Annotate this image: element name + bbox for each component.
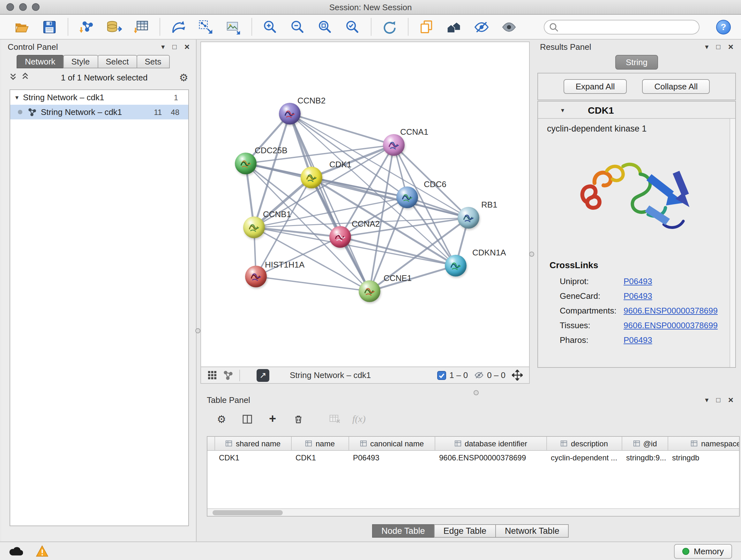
cell-shared-name[interactable]: CDK1 [215, 451, 292, 465]
network-node-cdk1[interactable] [300, 167, 322, 188]
zoom-selected-button[interactable] [343, 18, 361, 36]
first-neighbors-button[interactable] [169, 18, 187, 36]
gene-section-header[interactable]: ▾ CDK1 [538, 102, 735, 119]
hidden-eye-slash-icon[interactable] [474, 370, 484, 380]
network-canvas[interactable]: CCNB2CCNA1CDC25BCDK1CDC6RB1CCNB1CCNA2CDK… [200, 42, 530, 367]
collapse-all-networks-icon[interactable] [21, 72, 29, 82]
network-node-cdc6[interactable] [396, 186, 418, 208]
splitter-handle-bottom[interactable] [474, 390, 479, 395]
zoom-out-button[interactable] [288, 18, 307, 36]
fit-content-button[interactable] [512, 370, 523, 381]
network-node-rb1[interactable] [458, 207, 479, 229]
cell-description[interactable]: cyclin-dependent ... [547, 451, 622, 465]
window-zoom-button[interactable] [32, 3, 40, 11]
tab-edge-table[interactable]: Edge Table [434, 524, 496, 538]
zoom-fit-button[interactable] [316, 18, 334, 36]
uniprot-link[interactable]: P06493 [623, 276, 652, 286]
memory-button[interactable]: Memory [674, 544, 732, 558]
vertical-scrollbar[interactable] [730, 119, 735, 367]
panel-menu-icon[interactable]: ▾ [161, 43, 165, 51]
copy-button[interactable] [417, 18, 435, 36]
selected-checkbox-icon[interactable] [437, 371, 446, 380]
network-node-ccnb2[interactable] [279, 103, 300, 125]
network-options-gear-icon[interactable]: ⚙ [179, 71, 188, 83]
network-node-cdc25b[interactable] [235, 152, 257, 174]
network-node-hist1h1a[interactable] [245, 266, 267, 287]
column-header-description[interactable]: description [547, 437, 622, 451]
network-share-icon[interactable] [223, 370, 233, 380]
gene-expander-icon[interactable]: ▾ [561, 106, 564, 113]
export-image-button[interactable] [224, 18, 242, 36]
table-settings-gear-icon[interactable]: ⚙ [216, 413, 227, 425]
network-edge-ccnb2-ccna1[interactable] [290, 114, 394, 145]
import-network-from-database-button[interactable] [105, 18, 123, 36]
help-button[interactable]: ? [716, 19, 731, 34]
table-row[interactable]: CDK1 CDK1 P06493 9606.ENSP00000378699 cy… [207, 451, 739, 465]
collection-expander-icon[interactable]: ▾ [15, 94, 18, 101]
splitter-handle-right[interactable] [529, 252, 534, 257]
grid-view-button[interactable] [207, 370, 217, 380]
column-header-namespace[interactable]: namespace [668, 437, 740, 451]
compartments-link[interactable]: 9606.ENSP00000378699 [623, 306, 718, 315]
window-minimize-button[interactable] [19, 3, 27, 11]
column-header-database-identifier[interactable]: database identifier [435, 437, 547, 451]
tab-node-table[interactable]: Node Table [372, 524, 434, 538]
column-header-id[interactable]: @id [622, 437, 668, 451]
network-edge-ccna2-hist1h1a[interactable] [256, 237, 340, 276]
cell-name[interactable]: CDK1 [292, 451, 349, 465]
window-close-button[interactable] [6, 3, 14, 11]
panel-menu-icon[interactable]: ▾ [705, 43, 709, 51]
network-node-ccna1[interactable] [383, 134, 405, 156]
pharos-link[interactable]: P06493 [623, 335, 652, 345]
cybrowser-home-button[interactable] [445, 18, 463, 36]
add-column-button[interactable]: + [267, 413, 278, 425]
delete-column-button[interactable] [292, 413, 304, 425]
network-collection-row[interactable]: ▾ String Network – cdk1 1 [10, 90, 188, 105]
import-network-from-file-button[interactable] [77, 18, 95, 36]
tab-sets[interactable]: Sets [136, 55, 170, 68]
network-node-cdkn1a[interactable] [445, 255, 467, 276]
tab-string-results[interactable]: String [615, 55, 658, 70]
expand-all-networks-icon[interactable] [9, 72, 17, 82]
import-table-from-file-button[interactable] [132, 18, 150, 36]
expand-all-button[interactable]: Expand All [563, 79, 627, 94]
open-session-button[interactable] [13, 18, 30, 36]
column-header-canonical-name[interactable]: canonical name [349, 437, 435, 451]
apply-layout-button[interactable] [381, 18, 398, 36]
save-session-button[interactable] [40, 18, 58, 36]
panel-close-icon[interactable]: × [728, 42, 733, 52]
hide-unhide-button[interactable] [472, 18, 490, 36]
cloud-status-icon[interactable] [9, 546, 23, 556]
network-node-ccne1[interactable] [359, 280, 381, 302]
warnings-icon[interactable] [36, 545, 49, 557]
cell-namespace[interactable]: stringdb [668, 451, 740, 465]
genecard-link[interactable]: P06493 [623, 291, 652, 301]
column-header-shared-name[interactable]: shared name [215, 437, 292, 451]
panel-float-icon[interactable]: □ [716, 396, 720, 403]
cell-canonical-name[interactable]: P06493 [349, 451, 435, 465]
network-node-ccnb1[interactable] [243, 216, 265, 238]
network-node-ccna2[interactable] [329, 226, 351, 248]
tab-network[interactable]: Network [17, 55, 64, 68]
network-edge-cdkn1a-ccne1[interactable] [369, 266, 456, 291]
search-input[interactable] [544, 19, 699, 34]
show-graphics-details-button[interactable] [500, 18, 518, 36]
tab-select[interactable]: Select [97, 55, 137, 68]
network-row[interactable]: String Network – cdk1 11 48 [10, 105, 188, 119]
horizontal-scrollbar-thumb[interactable] [212, 510, 283, 515]
panel-float-icon[interactable]: □ [172, 43, 177, 51]
horizontal-scrollbar[interactable] [207, 508, 739, 516]
tab-style[interactable]: Style [63, 55, 98, 68]
cell-id[interactable]: stringdb:9... [622, 451, 668, 465]
splitter-handle-left[interactable] [195, 328, 200, 333]
column-header-name[interactable]: name [292, 437, 349, 451]
cell-database-identifier[interactable]: 9606.ENSP00000378699 [435, 451, 547, 465]
tab-network-table[interactable]: Network Table [495, 524, 569, 538]
panel-close-icon[interactable]: × [185, 42, 190, 52]
zoom-in-button[interactable] [261, 18, 279, 36]
collapse-all-button[interactable]: Collapse All [643, 79, 710, 94]
network-edge-hist1h1a-ccne1[interactable] [256, 276, 369, 291]
network-edge-ccnb2-rb1[interactable] [290, 114, 468, 218]
show-columns-icon[interactable] [241, 413, 253, 425]
tissues-link[interactable]: 9606.ENSP00000378699 [623, 320, 718, 330]
